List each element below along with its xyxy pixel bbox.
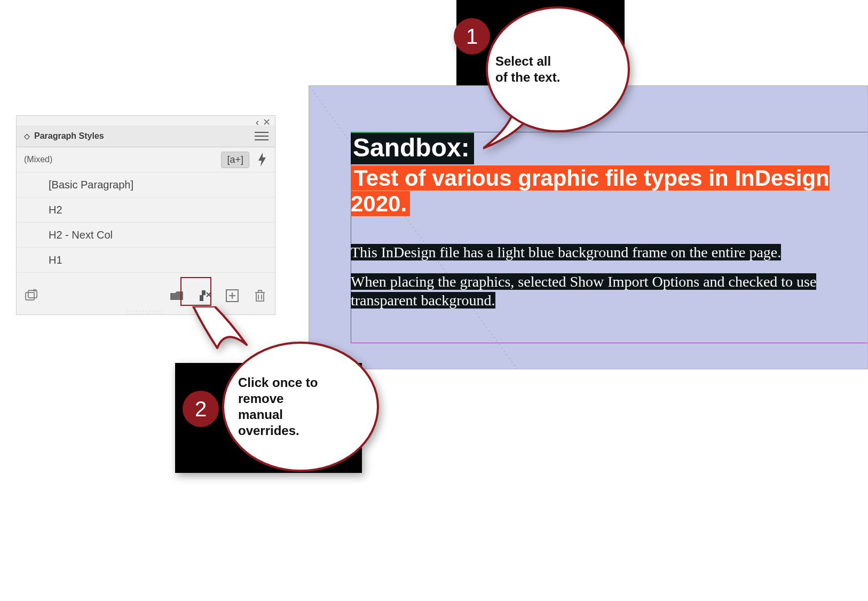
paragraph-styles-panel: ‹‹ ✕ ◇ Paragraph Styles (Mixed) [a+] [Ba… bbox=[16, 115, 275, 315]
callout-2-number: 2 bbox=[183, 391, 219, 427]
style-override-highlighter-button[interactable]: [a+] bbox=[221, 152, 249, 168]
quick-apply-icon[interactable] bbox=[257, 153, 267, 167]
sort-icon: ◇ bbox=[24, 132, 30, 140]
new-style-icon[interactable] bbox=[225, 288, 240, 303]
document-subheading: Test of various graphic file types in In… bbox=[351, 165, 830, 216]
style-item-h2-next-col[interactable]: H2 - Next Col bbox=[17, 223, 275, 248]
svg-rect-13 bbox=[258, 290, 262, 292]
style-item-h1[interactable]: H1 bbox=[17, 248, 275, 273]
callout-2: Click once to remove manual overrides. 2 bbox=[175, 333, 362, 483]
panel-title: Paragraph Styles bbox=[34, 131, 104, 141]
panel-menu-icon[interactable] bbox=[255, 131, 269, 141]
clear-overrides-icon[interactable] bbox=[197, 288, 212, 303]
paragraph-styles-tab[interactable]: ◇ Paragraph Styles bbox=[17, 131, 112, 141]
callout-1: Select all of the text. 1 bbox=[464, 6, 630, 145]
style-item-h2[interactable]: H2 bbox=[17, 197, 275, 223]
document-paragraph-2: When placing the graphics, selected Show… bbox=[351, 272, 863, 310]
svg-rect-9 bbox=[256, 292, 264, 301]
selected-text-frame[interactable]: Sandbox: Test of various graphic file ty… bbox=[351, 132, 863, 310]
callout-2-text: Click once to remove manual overrides. bbox=[238, 375, 323, 439]
svg-rect-4 bbox=[26, 292, 34, 300]
callout-1-number: 1 bbox=[454, 18, 490, 54]
delete-style-icon[interactable] bbox=[252, 288, 267, 303]
style-groups-folder-icon[interactable] bbox=[169, 288, 184, 303]
callout-2-pointer bbox=[188, 306, 252, 357]
panel-close-icon[interactable]: ✕ bbox=[263, 116, 271, 128]
document-paragraph-1: This InDesign file has a light blue back… bbox=[351, 243, 863, 262]
style-item-basic-paragraph[interactable]: [Basic Paragraph] bbox=[17, 172, 275, 197]
cc-libraries-icon[interactable] bbox=[24, 288, 39, 303]
mixed-style-label: (Mixed) bbox=[24, 155, 52, 164]
callout-1-text: Select all of the text. bbox=[495, 53, 565, 85]
document-heading: Sandbox: bbox=[351, 132, 474, 164]
